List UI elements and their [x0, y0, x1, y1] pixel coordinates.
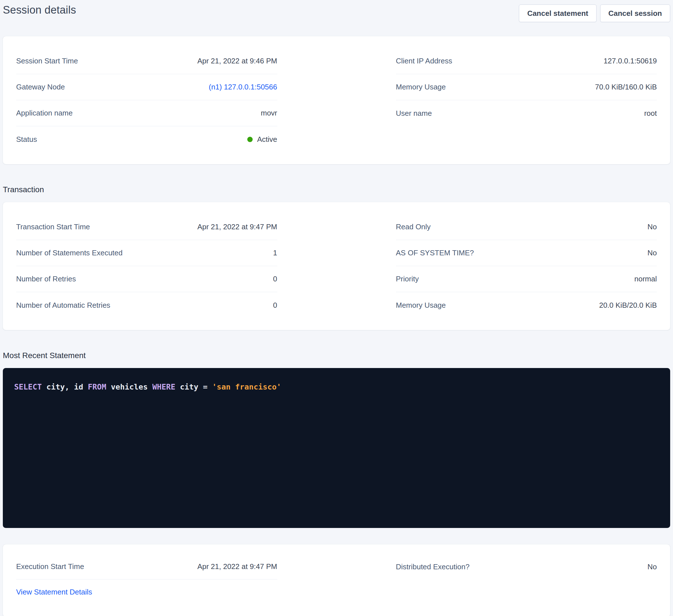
session-memory-usage-label: Memory Usage: [396, 83, 446, 91]
view-statement-details-link[interactable]: View Statement Details: [16, 588, 92, 596]
as-of-system-time-label: AS OF SYSTEM TIME?: [396, 249, 474, 257]
cancel-session-button[interactable]: Cancel session: [600, 5, 670, 22]
transaction-memory-usage-row: Memory Usage 20.0 KiB/20.0 KiB: [396, 292, 657, 318]
transaction-start-time-row: Transaction Start Time Apr 21, 2022 at 9…: [16, 214, 277, 240]
sql-table: vehicles: [106, 382, 152, 391]
execution-left-column: Execution Start Time Apr 21, 2022 at 9:4…: [16, 554, 277, 604]
session-summary-right-column: Client IP Address 127.0.0.1:50619 Memory…: [396, 48, 657, 126]
statements-executed-value: 1: [273, 249, 277, 257]
execution-start-time-value: Apr 21, 2022 at 9:47 PM: [197, 562, 277, 571]
execution-start-time-label: Execution Start Time: [16, 562, 84, 571]
session-summary-left-column: Session Start Time Apr 21, 2022 at 9:46 …: [16, 48, 277, 152]
session-start-time-row: Session Start Time Apr 21, 2022 at 9:46 …: [16, 48, 277, 74]
application-name-row: Application name movr: [16, 100, 277, 126]
as-of-system-time-row: AS OF SYSTEM TIME? No: [396, 240, 657, 266]
gateway-node-link[interactable]: (n1) 127.0.0.1:50566: [209, 83, 277, 91]
client-ip-label: Client IP Address: [396, 57, 452, 65]
distributed-execution-label: Distributed Execution?: [396, 563, 470, 571]
page-header: Session details Cancel statement Cancel …: [3, 3, 670, 22]
retries-label: Number of Retries: [16, 275, 76, 283]
automatic-retries-label: Number of Automatic Retries: [16, 301, 110, 310]
gateway-node-label: Gateway Node: [16, 83, 65, 91]
transaction-left-column: Transaction Start Time Apr 21, 2022 at 9…: [16, 214, 277, 318]
statements-executed-label: Number of Statements Executed: [16, 249, 123, 257]
page-title: Session details: [3, 4, 76, 16]
transaction-card: Transaction Start Time Apr 21, 2022 at 9…: [3, 202, 670, 330]
transaction-start-time-value: Apr 21, 2022 at 9:47 PM: [197, 223, 277, 231]
view-statement-details-row: View Statement Details: [16, 580, 277, 604]
read-only-value: No: [648, 223, 657, 231]
session-start-time-label: Session Start Time: [16, 57, 78, 65]
automatic-retries-row: Number of Automatic Retries 0: [16, 292, 277, 318]
gateway-node-row: Gateway Node (n1) 127.0.0.1:50566: [16, 74, 277, 100]
as-of-system-time-value: No: [648, 249, 657, 257]
application-name-value: movr: [261, 109, 277, 117]
transaction-section-heading: Transaction: [3, 185, 670, 194]
transaction-memory-usage-label: Memory Usage: [396, 301, 446, 310]
statements-executed-row: Number of Statements Executed 1: [16, 240, 277, 266]
transaction-right-column: Read Only No AS OF SYSTEM TIME? No Prior…: [396, 214, 657, 318]
status-badge: Active: [247, 135, 277, 144]
sql-condition: city =: [175, 382, 212, 391]
execution-start-time-row: Execution Start Time Apr 21, 2022 at 9:4…: [16, 554, 277, 580]
execution-card: Execution Start Time Apr 21, 2022 at 9:4…: [3, 544, 670, 616]
cancel-statement-button[interactable]: Cancel statement: [519, 5, 596, 22]
status-active-dot-icon: [247, 137, 253, 142]
client-ip-row: Client IP Address 127.0.0.1:50619: [396, 48, 657, 74]
sql-keyword-where: WHERE: [152, 382, 175, 391]
session-memory-usage-row: Memory Usage 70.0 KiB/160.0 KiB: [396, 74, 657, 100]
user-name-row: User name root: [396, 100, 657, 126]
user-name-label: User name: [396, 109, 432, 118]
session-memory-usage-value: 70.0 KiB/160.0 KiB: [595, 83, 657, 91]
status-label: Status: [16, 135, 37, 144]
transaction-memory-usage-value: 20.0 KiB/20.0 KiB: [599, 301, 657, 310]
retries-value: 0: [273, 275, 277, 283]
application-name-label: Application name: [16, 109, 72, 117]
sql-statement: SELECT city, id FROM vehicles WHERE city…: [14, 382, 281, 391]
execution-right-column: Distributed Execution? No: [396, 554, 657, 580]
priority-row: Priority normal: [396, 266, 657, 292]
distributed-execution-row: Distributed Execution? No: [396, 554, 657, 580]
sql-string-literal: 'san francisco': [212, 382, 281, 391]
status-value: Active: [257, 135, 277, 144]
read-only-label: Read Only: [396, 223, 431, 231]
distributed-execution-value: No: [648, 563, 657, 571]
sql-keyword-from: FROM: [88, 382, 106, 391]
header-actions: Cancel statement Cancel session: [519, 5, 670, 22]
session-details-page: Session details Cancel statement Cancel …: [0, 0, 673, 616]
sql-statement-box: SELECT city, id FROM vehicles WHERE city…: [3, 368, 670, 528]
priority-value: normal: [635, 275, 657, 283]
user-name-value: root: [644, 109, 657, 118]
priority-label: Priority: [396, 275, 419, 283]
statement-section-heading: Most Recent Statement: [3, 351, 670, 360]
session-start-time-value: Apr 21, 2022 at 9:46 PM: [197, 57, 277, 65]
sql-keyword-select: SELECT: [14, 382, 42, 391]
status-row: Status Active: [16, 126, 277, 152]
transaction-start-time-label: Transaction Start Time: [16, 223, 90, 231]
retries-row: Number of Retries 0: [16, 266, 277, 292]
session-summary-card: Session Start Time Apr 21, 2022 at 9:46 …: [3, 36, 670, 164]
client-ip-value: 127.0.0.1:50619: [604, 57, 657, 65]
read-only-row: Read Only No: [396, 214, 657, 240]
automatic-retries-value: 0: [273, 301, 277, 310]
sql-columns: city, id: [42, 382, 88, 391]
